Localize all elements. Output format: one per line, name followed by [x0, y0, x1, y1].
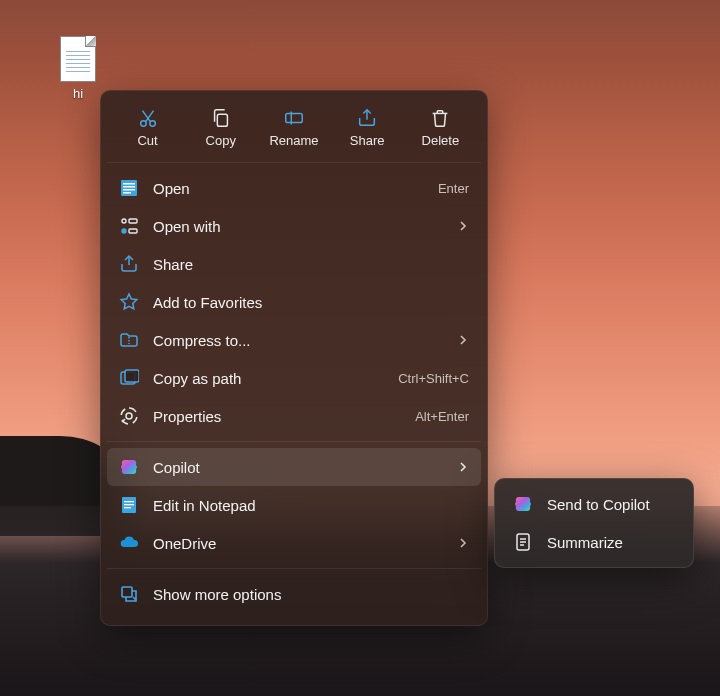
share-label: Share: [350, 133, 385, 148]
text-file-icon: [60, 36, 96, 82]
open-label: Open: [153, 180, 424, 197]
context-section-1: Open Enter Open with Share: [107, 163, 481, 441]
submenu-item-send-to-copilot[interactable]: Send to Copilot: [501, 485, 687, 523]
rename-icon: [283, 107, 305, 129]
cut-icon: [137, 107, 159, 129]
svg-rect-3: [286, 113, 303, 122]
menu-item-open[interactable]: Open Enter: [107, 169, 481, 207]
menu-item-open-with[interactable]: Open with: [107, 207, 481, 245]
menu-item-favorites[interactable]: Add to Favorites: [107, 283, 481, 321]
context-section-2: Copilot Edit in Notepad OneDrive: [107, 441, 481, 568]
delete-icon: [429, 107, 451, 129]
desktop-file-label: hi: [73, 86, 83, 101]
summarize-label: Summarize: [547, 534, 675, 551]
rename-button[interactable]: Rename: [259, 103, 329, 152]
share-button[interactable]: Share: [332, 103, 402, 152]
context-section-3: Show more options: [107, 568, 481, 619]
context-menu-toolbar: Cut Copy Rename: [107, 97, 481, 163]
svg-rect-5: [123, 183, 135, 185]
onedrive-label: OneDrive: [153, 535, 443, 552]
chevron-right-icon: [457, 459, 469, 476]
submenu-item-summarize[interactable]: Summarize: [501, 523, 687, 561]
copy-path-icon: [119, 368, 139, 388]
onedrive-icon: [119, 533, 139, 553]
copy-path-label: Copy as path: [153, 370, 384, 387]
notepad-icon: [119, 495, 139, 515]
svg-rect-11: [129, 219, 137, 223]
menu-item-copilot[interactable]: Copilot: [107, 448, 481, 486]
chevron-right-icon: [457, 218, 469, 235]
menu-item-onedrive[interactable]: OneDrive: [107, 524, 481, 562]
open-icon: [119, 178, 139, 198]
menu-item-compress[interactable]: Compress to...: [107, 321, 481, 359]
copilot-submenu: Send to Copilot Summarize: [494, 478, 694, 568]
svg-rect-6: [123, 186, 135, 188]
copy-icon: [210, 107, 232, 129]
rename-label: Rename: [269, 133, 318, 148]
copilot-label: Copilot: [153, 459, 443, 476]
share-icon: [356, 107, 378, 129]
chevron-right-icon: [457, 332, 469, 349]
svg-point-1: [149, 121, 155, 127]
file-context-menu: Cut Copy Rename: [100, 90, 488, 626]
delete-label: Delete: [422, 133, 460, 148]
summarize-icon: [513, 532, 533, 552]
share-menu-icon: [119, 254, 139, 274]
copy-path-shortcut: Ctrl+Shift+C: [398, 371, 469, 386]
svg-rect-12: [129, 229, 137, 233]
copilot-icon: [513, 494, 533, 514]
chevron-right-icon: [457, 535, 469, 552]
svg-rect-18: [124, 504, 134, 505]
properties-icon: [119, 406, 139, 426]
star-icon: [119, 292, 139, 312]
open-shortcut: Enter: [438, 181, 469, 196]
properties-label: Properties: [153, 408, 401, 425]
copy-label: Copy: [206, 133, 236, 148]
svg-rect-19: [124, 507, 131, 508]
menu-item-share[interactable]: Share: [107, 245, 481, 283]
desktop-file-hi[interactable]: hi: [46, 36, 110, 101]
menu-item-properties[interactable]: Properties Alt+Enter: [107, 397, 481, 435]
share-item-label: Share: [153, 256, 469, 273]
svg-rect-17: [124, 501, 134, 502]
svg-rect-7: [123, 189, 135, 191]
svg-rect-2: [217, 114, 227, 126]
compress-label: Compress to...: [153, 332, 443, 349]
open-with-label: Open with: [153, 218, 443, 235]
properties-shortcut: Alt+Enter: [415, 409, 469, 424]
svg-rect-20: [122, 587, 132, 597]
delete-button[interactable]: Delete: [405, 103, 475, 152]
cut-label: Cut: [137, 133, 157, 148]
svg-rect-8: [123, 192, 131, 194]
compress-icon: [119, 330, 139, 350]
svg-rect-14: [125, 370, 139, 382]
svg-point-15: [126, 413, 132, 419]
svg-point-9: [122, 219, 126, 223]
more-options-label: Show more options: [153, 586, 469, 603]
svg-point-10: [122, 229, 126, 233]
notepad-label: Edit in Notepad: [153, 497, 469, 514]
menu-item-copy-path[interactable]: Copy as path Ctrl+Shift+C: [107, 359, 481, 397]
send-to-copilot-label: Send to Copilot: [547, 496, 675, 513]
menu-item-notepad[interactable]: Edit in Notepad: [107, 486, 481, 524]
more-options-icon: [119, 584, 139, 604]
favorites-label: Add to Favorites: [153, 294, 469, 311]
open-with-icon: [119, 216, 139, 236]
copilot-icon: [119, 457, 139, 477]
copy-button[interactable]: Copy: [186, 103, 256, 152]
cut-button[interactable]: Cut: [113, 103, 183, 152]
svg-rect-4: [121, 180, 137, 196]
svg-point-0: [140, 121, 146, 127]
menu-item-more-options[interactable]: Show more options: [107, 575, 481, 613]
